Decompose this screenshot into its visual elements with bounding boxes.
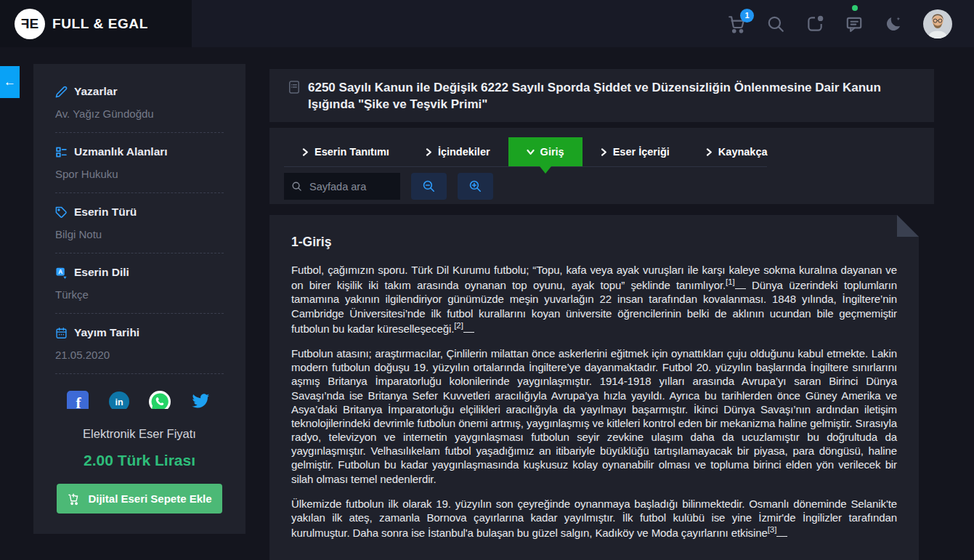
chevron-right-icon xyxy=(302,148,309,156)
tab-eserin-tan-t-m[interactable]: Eserin Tanıtımı xyxy=(284,137,407,166)
reader-toolbar-card: Eserin Tanıtımı İçindekiler Giriş Eser İ… xyxy=(269,128,934,204)
group-value: Bilgi Notu xyxy=(55,228,224,240)
paragraph-1: Futbol, çağımızın sporu. Türk Dil Kurumu… xyxy=(291,263,897,336)
sidebar-groups: Yazarlar Av. Yağız Gündoğdu Uzmanlık Ala… xyxy=(55,85,224,374)
zoom-out-button[interactable] xyxy=(411,173,447,200)
chevron-right-icon xyxy=(706,148,713,156)
paragraph-3: Ülkemizde futbolun ilk olarak 19. yüzyıl… xyxy=(291,497,897,540)
svg-text:A: A xyxy=(58,269,62,275)
add-to-cart-button[interactable]: Dijital Eseri Sepete Ekle xyxy=(57,484,222,514)
group-label: Eserin Türü xyxy=(74,206,137,219)
zoom-in-button[interactable] xyxy=(458,173,493,200)
group-label: Yayım Tarihi xyxy=(74,326,139,339)
sidebar-group-uzmanl-k-alanlar: Uzmanlık Alanları Spor Hukuku xyxy=(55,145,224,193)
footnote-ref-underline[interactable] xyxy=(735,288,746,289)
chevron-right-icon xyxy=(601,148,607,156)
calendar-icon xyxy=(55,327,68,339)
section-heading: 1-Giriş xyxy=(291,235,897,250)
group-label: Yazarlar xyxy=(74,85,117,98)
tab-label: Kaynakça xyxy=(718,146,768,158)
navbar-actions: 1 xyxy=(727,9,974,38)
alerts-icon[interactable] xyxy=(805,15,824,33)
messages-icon[interactable] xyxy=(845,15,864,33)
sidebar-group-eserin-t-r: Eserin Türü Bilgi Notu xyxy=(55,206,224,253)
brand-monogram-icon: FE xyxy=(15,9,45,39)
cart-count-badge: 1 xyxy=(740,9,754,23)
tab-label: Eserin Tanıtımı xyxy=(314,146,389,158)
search-icon xyxy=(291,181,302,192)
language-icon: A xyxy=(55,267,68,279)
price-label: Elektronik Eser Fiyatı xyxy=(57,427,222,441)
zoom-in-icon xyxy=(468,179,482,193)
journal-icon xyxy=(287,80,301,94)
footnote-ref-underline[interactable] xyxy=(463,331,474,333)
group-label: Eserin Dili xyxy=(74,266,129,279)
pencil-icon xyxy=(55,86,68,98)
chevron-down-icon xyxy=(527,149,535,155)
group-value: Av. Yağız Gündoğdu xyxy=(55,107,224,120)
page-search-box[interactable] xyxy=(284,173,400,200)
page-search-input[interactable] xyxy=(308,180,393,193)
group-value: 21.05.2020 xyxy=(55,349,224,361)
tag-icon xyxy=(55,206,68,219)
top-navbar: FE FULL & EGAL 1 xyxy=(0,0,974,47)
logo[interactable]: FE FULL & EGAL xyxy=(0,0,192,47)
price-amount: 2.00 Türk Lirası xyxy=(57,452,222,469)
sidebar-group-eserin-dili: A Eserin Dili Türkçe xyxy=(55,266,224,314)
search-icon[interactable] xyxy=(766,15,785,33)
cart-icon[interactable]: 1 xyxy=(727,15,746,33)
sidebar-group-yay-m-tarihi: Yayım Tarihi 21.05.2020 xyxy=(55,326,224,374)
tabs: Eserin Tanıtımı İçindekiler Giriş Eser İ… xyxy=(284,137,767,167)
svg-text:in: in xyxy=(115,397,123,407)
sidebar-group-yazarlar: Yazarlar Av. Yağız Gündoğdu xyxy=(55,85,224,133)
left-arrow-icon: ← xyxy=(4,75,16,89)
user-avatar[interactable] xyxy=(923,9,952,38)
dark-mode-icon[interactable] xyxy=(884,15,903,33)
tab-label: Giriş xyxy=(540,146,564,158)
group-label: Uzmanlık Alanları xyxy=(74,145,168,158)
online-status-dot xyxy=(852,5,858,11)
tab-i-indekiler[interactable]: İçindekiler xyxy=(407,137,508,166)
tab-kaynak-a[interactable]: Kaynakça xyxy=(688,137,786,166)
group-value: Türkçe xyxy=(55,288,224,301)
tab-label: İçindekiler xyxy=(438,146,490,158)
tab-eser-i-eri-i[interactable]: Eser İçeriği xyxy=(583,137,688,166)
list-icon xyxy=(55,146,68,158)
document-page: 1-Giriş Futbol, çağımızın sporu. Türk Di… xyxy=(269,215,919,560)
tab-giri[interactable]: Giriş xyxy=(508,137,583,166)
group-value: Spor Hukuku xyxy=(55,168,224,180)
back-button[interactable]: ← xyxy=(0,66,20,98)
footnote-ref[interactable]: [2] xyxy=(454,321,463,330)
zoom-out-icon xyxy=(422,179,436,193)
cart-plus-icon xyxy=(67,492,81,506)
add-to-cart-label: Dijital Eseri Sepete Ekle xyxy=(88,492,211,505)
document-title: 6250 Sayılı Kanun ile Değişik 6222 Sayıl… xyxy=(308,79,917,113)
search-row xyxy=(284,173,920,200)
tab-label: Eser İçeriği xyxy=(613,146,670,158)
article-body: Futbol, çağımızın sporu. Türk Dil Kurumu… xyxy=(291,263,897,540)
footnote-ref-underline[interactable] xyxy=(776,535,787,537)
paragraph-2: Futbolun atasını; araştırmacılar, Çinlil… xyxy=(291,346,897,486)
price-card: Elektronik Eser Fiyatı 2.00 Türk Lirası … xyxy=(33,409,245,534)
footnote-ref[interactable]: [3] xyxy=(768,525,777,534)
document-title-card: 6250 Sayılı Kanun ile Değişik 6222 Sayıl… xyxy=(269,69,934,122)
footnote-ref[interactable]: [1] xyxy=(726,277,735,286)
brand-name: FULL & EGAL xyxy=(52,16,148,32)
chevron-right-icon xyxy=(426,148,432,156)
